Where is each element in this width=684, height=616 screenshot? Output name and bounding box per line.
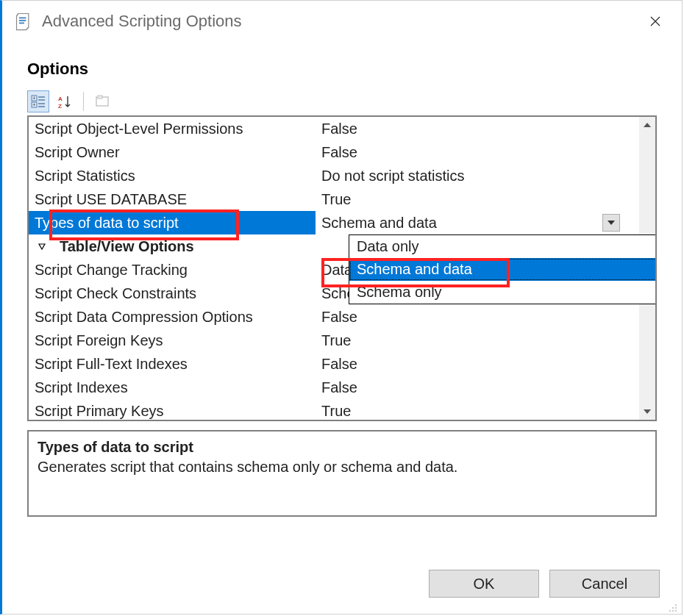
- svg-point-11: [669, 610, 671, 612]
- property-key: Types of data to script: [35, 215, 179, 231]
- toolbar-separator: [83, 92, 84, 111]
- description-panel: Types of data to script Generates script…: [27, 430, 657, 517]
- property-key: Script Primary Keys: [35, 403, 164, 419]
- categorized-button[interactable]: + +: [27, 90, 49, 112]
- property-key: Script Data Compression Options: [35, 309, 253, 325]
- section-heading: Options: [27, 60, 657, 79]
- property-row[interactable]: Script USE DATABASE True: [29, 187, 639, 211]
- resize-grip-icon[interactable]: [667, 599, 677, 609]
- property-key: Script Statistics: [35, 168, 135, 184]
- property-value: False: [321, 309, 357, 325]
- property-value: Do not script statistics: [321, 168, 465, 184]
- svg-text:+: +: [32, 96, 35, 101]
- close-button[interactable]: [641, 7, 670, 36]
- dialog-window: Advanced Scripting Options Options + + A…: [0, 0, 683, 615]
- description-body: Generates script that contains schema on…: [38, 459, 646, 476]
- svg-text:A: A: [58, 96, 63, 102]
- property-value: False: [321, 379, 357, 395]
- property-row[interactable]: Script Indexes False: [29, 376, 639, 399]
- property-key: Script Change Tracking: [35, 262, 188, 278]
- scroll-down-icon[interactable]: [639, 404, 655, 420]
- property-value: False: [321, 144, 357, 160]
- property-value: False: [321, 356, 357, 372]
- property-row[interactable]: Script Object-Level Permissions False: [29, 117, 639, 140]
- scroll-up-icon[interactable]: [639, 117, 655, 133]
- dropdown-list[interactable]: Data only Schema and data Schema only: [349, 234, 657, 304]
- property-key: Script Full-Text Indexes: [35, 356, 188, 372]
- property-value: True: [321, 332, 351, 348]
- dropdown-option[interactable]: Data only: [349, 235, 657, 258]
- svg-point-10: [675, 607, 677, 609]
- property-row[interactable]: Script Statistics Do not script statisti…: [29, 164, 639, 187]
- svg-text:+: +: [32, 102, 35, 107]
- script-icon: [14, 11, 35, 32]
- property-key: Script Foreign Keys: [35, 332, 163, 348]
- property-row[interactable]: Script Primary Keys True: [29, 399, 639, 420]
- description-title: Types of data to script: [38, 439, 646, 456]
- property-pages-button[interactable]: [91, 90, 113, 112]
- svg-text:Z: Z: [58, 103, 62, 109]
- property-row[interactable]: Script Data Compression Options False: [29, 305, 639, 329]
- dialog-footer: OK Cancel: [429, 570, 660, 598]
- dropdown-option-selected[interactable]: Schema and data: [349, 258, 657, 281]
- cancel-button[interactable]: Cancel: [549, 570, 660, 598]
- property-grid: Script Object-Level Permissions False Sc…: [27, 115, 657, 421]
- dropdown-option[interactable]: Schema only: [349, 281, 657, 304]
- svg-point-9: [672, 607, 674, 609]
- property-value: True: [321, 191, 351, 207]
- property-key: Script Owner: [35, 144, 120, 160]
- svg-point-8: [675, 604, 677, 606]
- property-row[interactable]: Script Owner False: [29, 140, 639, 164]
- property-row[interactable]: Script Full-Text Indexes False: [29, 352, 639, 376]
- window-title: Advanced Scripting Options: [42, 12, 242, 31]
- property-value: True: [321, 403, 351, 419]
- property-key: Script Check Constraints: [35, 285, 196, 301]
- grid-toolbar: + + A Z: [27, 90, 657, 112]
- property-key: Script Object-Level Permissions: [35, 121, 243, 137]
- dropdown-button[interactable]: [602, 214, 620, 232]
- property-row[interactable]: Script Foreign Keys True: [29, 329, 639, 352]
- property-key: Script USE DATABASE: [35, 191, 187, 207]
- alphabetical-button[interactable]: A Z: [54, 90, 76, 112]
- title-bar: Advanced Scripting Options: [2, 1, 682, 42]
- property-value: False: [321, 121, 357, 137]
- svg-rect-7: [98, 96, 102, 99]
- svg-point-12: [672, 610, 674, 612]
- property-value: Schema and data: [321, 215, 437, 231]
- collapse-icon[interactable]: [36, 240, 48, 252]
- svg-point-13: [675, 610, 677, 612]
- category-label: Table/View Options: [60, 238, 194, 254]
- ok-button[interactable]: OK: [429, 570, 539, 598]
- property-row-selected[interactable]: Types of data to script Schema and data: [29, 211, 639, 234]
- property-key: Script Indexes: [35, 379, 128, 395]
